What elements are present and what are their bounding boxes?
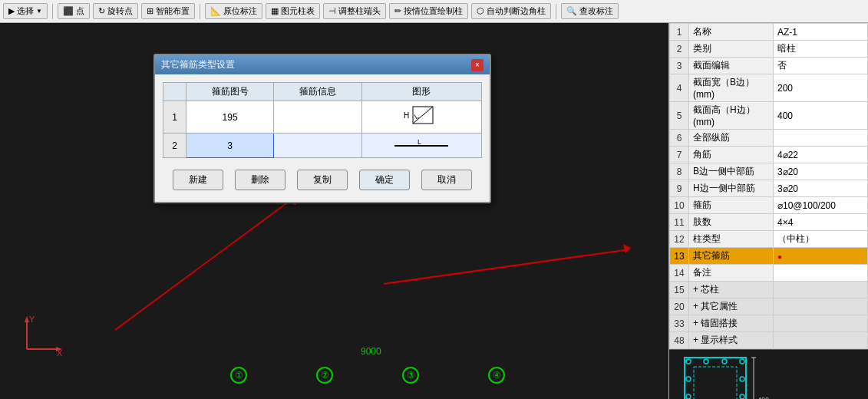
prop-value[interactable]: 4⌀22 [774,147,868,163]
copy-button[interactable]: 复制 [297,170,348,190]
svg-point-28 [722,359,727,364]
element-table-icon: ▦ [271,6,279,16]
dialog-titlebar: 其它箍筋类型设置 × [155,55,490,74]
info-2[interactable] [274,134,361,158]
prop-value[interactable] [774,282,868,298]
prop-value[interactable]: 3⌀20 [774,180,868,197]
info-1[interactable] [274,101,361,134]
svg-point-18 [740,359,744,364]
figure-num-1[interactable]: 195 [186,101,274,134]
cad-canvas[interactable]: Y X 9000 ① ② ③ ④ [0,23,668,399]
prop-name: + 锚固搭接 [689,315,774,332]
table-row[interactable]: 1 195 H L [163,101,482,134]
confirm-button[interactable]: 确定 [359,170,410,190]
property-row[interactable]: 15+ 芯柱 [670,282,868,298]
prop-value[interactable]: 400 [774,102,868,130]
prop-value[interactable]: 否 [774,58,868,74]
property-row[interactable]: 4截面宽（B边）(mm)200 [670,74,868,102]
marker-4: ④ [488,367,505,384]
smart-layout-button[interactable]: ⊞ 智能布置 [141,3,195,19]
property-row[interactable]: 8B边一侧中部筋3⌀20 [670,163,868,180]
property-row[interactable]: 10箍筋⌀10@100/200 [670,197,868,214]
prop-value[interactable]: （中柱） [774,231,868,248]
bottom-number: 9000 [361,346,381,357]
bottom-markers: ① ② ③ ④ [230,367,505,384]
prop-value[interactable] [774,265,868,282]
point-icon: ⬛ [63,6,74,16]
select-icon: ▶ [8,6,15,16]
property-section: 1名称AZ-12类别暗柱3截面编辑否4截面宽（B边）(mm)2005截面高（H边… [669,23,868,349]
marker-2: ② [316,367,333,384]
property-row[interactable]: 7角筋4⌀22 [670,147,868,163]
prop-value[interactable]: 4×4 [774,214,868,231]
property-row[interactable]: 3截面编辑否 [670,58,868,74]
property-row[interactable]: 9H边一侧中部筋3⌀20 [670,180,868,197]
auto-corner-button[interactable]: ⬡ 自动判断边角柱 [471,3,551,19]
col-header-info: 箍筋信息 [274,83,361,101]
property-row[interactable]: 11肢数4×4 [670,214,868,231]
modify-dim-icon: 🔍 [566,6,577,16]
prop-value[interactable]: ● [774,248,868,265]
shape-1: H L [361,101,481,134]
property-row[interactable]: 12柱类型（中柱） [670,231,868,248]
row-num-2: 2 [163,134,186,158]
prop-value[interactable]: 暗柱 [774,41,868,58]
prop-value[interactable] [774,130,868,147]
property-row[interactable]: 13其它箍筋 ● [670,248,868,265]
cancel-button[interactable]: 取消 [421,170,472,190]
row-num-1: 1 [163,101,186,134]
prop-row-num: 12 [670,231,689,248]
main-toolbar: ▶ 选择 ▼ ⬛ 点 ↻ 旋转点 ⊞ 智能布置 📐 原位标注 ▦ 图元柱表 ⊣ … [0,0,868,23]
element-table-button[interactable]: ▦ 图元柱表 [266,3,320,19]
prop-value[interactable] [774,298,868,315]
prop-name: B边一侧中部筋 [689,163,774,180]
prop-row-num: 2 [670,41,689,58]
point-button[interactable]: ⬛ 点 [58,3,90,19]
prop-row-num: 9 [670,180,689,197]
separator-2 [200,4,200,19]
auto-corner-icon: ⬡ [477,6,484,16]
prop-row-num: 6 [670,130,689,147]
property-row[interactable]: 2类别暗柱 [670,41,868,58]
dialog-close-button[interactable]: × [471,59,484,71]
prop-value[interactable]: 200 [774,74,868,102]
origin-dim-button[interactable]: 📐 原位标注 [205,3,262,19]
prop-row-num: 15 [670,282,689,298]
delete-button[interactable]: 删除 [235,170,285,190]
svg-text:X: X [57,348,63,357]
adjust-head-button[interactable]: ⊣ 调整柱端头 [323,3,386,19]
property-row[interactable]: 1名称AZ-1 [670,24,868,41]
prop-value[interactable]: 3⌀20 [774,163,868,180]
property-row[interactable]: 33+ 锚固搭接 [670,315,868,332]
select-button[interactable]: ▶ 选择 ▼ [3,3,48,19]
property-row[interactable]: 6全部纵筋 [670,130,868,147]
prop-value[interactable] [774,332,868,349]
svg-text:H: H [404,111,409,120]
prop-value[interactable] [774,315,868,332]
axis-indicator: Y X [23,315,61,353]
rotate-icon: ↻ [98,6,105,16]
figure-num-2[interactable]: 3 [186,134,274,158]
prop-value[interactable]: AZ-1 [774,24,868,41]
rotate-button[interactable]: ↻ 旋转点 [93,3,138,19]
property-row[interactable]: 20+ 其它属性 [670,298,868,315]
svg-rect-16 [685,358,746,399]
property-row[interactable]: 14备注 [670,265,868,282]
property-row[interactable]: 5截面高（H边）(mm)400 [670,102,868,130]
prop-row-num: 10 [670,197,689,214]
prop-value[interactable]: ⌀10@100/200 [774,197,868,214]
property-row[interactable]: 48+ 显示样式 [670,332,868,349]
table-row[interactable]: 2 3 L [163,134,482,158]
prop-name: 其它箍筋 [689,248,774,265]
adjust-head-icon: ⊣ [328,6,336,16]
prop-name: 柱类型 [689,231,774,248]
property-table: 1名称AZ-12类别暗柱3截面编辑否4截面宽（B边）(mm)2005截面高（H边… [669,23,868,349]
modify-dim-button[interactable]: 🔍 查改标注 [561,3,619,19]
prop-name: 类别 [689,41,774,58]
stirrup-type-dialog: 其它箍筋类型设置 × 箍筋图号 箍筋信息 图形 [153,54,491,203]
svg-point-21 [686,377,691,381]
set-ctrl-button[interactable]: ✏ 按情位置绘制柱 [389,3,468,19]
smart-layout-icon: ⊞ [147,6,153,16]
new-button[interactable]: 新建 [173,170,223,190]
prop-name: + 显示样式 [689,332,774,349]
